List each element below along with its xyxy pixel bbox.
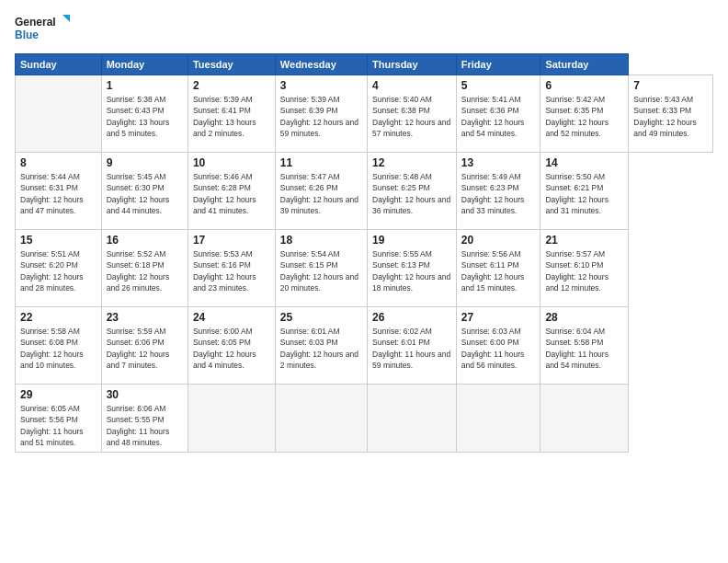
- day-number: 4: [372, 79, 451, 92]
- calendar-cell: 13Sunrise: 5:49 AM Sunset: 6:23 PM Dayli…: [456, 153, 540, 230]
- calendar-cell: 12Sunrise: 5:48 AM Sunset: 6:25 PM Dayli…: [368, 153, 457, 230]
- calendar-cell: 18Sunrise: 5:54 AM Sunset: 6:15 PM Dayli…: [275, 230, 367, 307]
- calendar-cell: 10Sunrise: 5:46 AM Sunset: 6:28 PM Dayli…: [188, 153, 275, 230]
- day-info: Sunrise: 5:42 AM Sunset: 6:35 PM Dayligh…: [545, 94, 623, 139]
- header: General Blue: [15, 13, 713, 46]
- calendar-cell: [275, 385, 367, 453]
- calendar-cell: 27Sunrise: 6:03 AM Sunset: 6:00 PM Dayli…: [456, 307, 540, 385]
- day-number: 18: [280, 234, 362, 247]
- calendar-cell: 24Sunrise: 6:00 AM Sunset: 6:05 PM Dayli…: [188, 307, 275, 385]
- day-info: Sunrise: 5:43 AM Sunset: 6:33 PM Dayligh…: [633, 94, 708, 139]
- day-info: Sunrise: 5:57 AM Sunset: 6:10 PM Dayligh…: [545, 248, 623, 293]
- day-info: Sunrise: 6:05 AM Sunset: 5:56 PM Dayligh…: [20, 403, 97, 448]
- day-number: 28: [545, 311, 623, 324]
- calendar-cell: 2Sunrise: 5:39 AM Sunset: 6:41 PM Daylig…: [188, 75, 275, 153]
- day-number: 6: [545, 79, 623, 92]
- day-info: Sunrise: 6:06 AM Sunset: 5:55 PM Dayligh…: [107, 403, 183, 448]
- svg-text:General: General: [15, 16, 56, 29]
- day-info: Sunrise: 5:40 AM Sunset: 6:38 PM Dayligh…: [372, 94, 451, 139]
- weekday-header-thursday: Thursday: [368, 54, 457, 75]
- calendar-cell: 8Sunrise: 5:44 AM Sunset: 6:31 PM Daylig…: [16, 153, 102, 230]
- day-number: 10: [193, 156, 270, 169]
- calendar-cell: 25Sunrise: 6:01 AM Sunset: 6:03 PM Dayli…: [275, 307, 367, 385]
- day-info: Sunrise: 5:46 AM Sunset: 6:28 PM Dayligh…: [193, 171, 270, 216]
- day-number: 13: [461, 156, 536, 169]
- calendar-cell: 5Sunrise: 5:41 AM Sunset: 6:36 PM Daylig…: [456, 75, 540, 153]
- day-number: 27: [461, 311, 536, 324]
- day-number: 16: [107, 234, 183, 247]
- day-number: 5: [461, 79, 536, 92]
- weekday-header-monday: Monday: [101, 54, 188, 75]
- day-number: 25: [280, 311, 362, 324]
- svg-text:Blue: Blue: [15, 29, 39, 41]
- calendar-cell: 26Sunrise: 6:02 AM Sunset: 6:01 PM Dayli…: [368, 307, 457, 385]
- day-info: Sunrise: 5:53 AM Sunset: 6:16 PM Dayligh…: [193, 248, 270, 293]
- day-number: 11: [280, 156, 362, 169]
- day-number: 24: [193, 311, 270, 324]
- day-info: Sunrise: 6:01 AM Sunset: 6:03 PM Dayligh…: [280, 326, 362, 371]
- calendar-cell: 15Sunrise: 5:51 AM Sunset: 6:20 PM Dayli…: [16, 230, 102, 307]
- calendar-cell: 30Sunrise: 6:06 AM Sunset: 5:55 PM Dayli…: [101, 385, 188, 453]
- day-info: Sunrise: 5:39 AM Sunset: 6:39 PM Dayligh…: [280, 94, 362, 139]
- day-number: 8: [20, 156, 97, 169]
- calendar-cell: [368, 385, 457, 453]
- calendar-cell: 1Sunrise: 5:38 AM Sunset: 6:43 PM Daylig…: [101, 75, 188, 153]
- calendar-cell: 9Sunrise: 5:45 AM Sunset: 6:30 PM Daylig…: [101, 153, 188, 230]
- calendar-cell: 28Sunrise: 6:04 AM Sunset: 5:58 PM Dayli…: [540, 307, 629, 385]
- calendar-cell: 11Sunrise: 5:47 AM Sunset: 6:26 PM Dayli…: [275, 153, 367, 230]
- day-number: 9: [107, 156, 183, 169]
- svg-marker-1: [63, 15, 70, 22]
- calendar-cell: [456, 385, 540, 453]
- day-info: Sunrise: 6:03 AM Sunset: 6:00 PM Dayligh…: [461, 326, 536, 371]
- day-info: Sunrise: 5:52 AM Sunset: 6:18 PM Dayligh…: [107, 248, 183, 293]
- weekday-header-wednesday: Wednesday: [275, 54, 367, 75]
- day-info: Sunrise: 5:41 AM Sunset: 6:36 PM Dayligh…: [461, 94, 536, 139]
- calendar-cell: 19Sunrise: 5:55 AM Sunset: 6:13 PM Dayli…: [368, 230, 457, 307]
- day-info: Sunrise: 5:54 AM Sunset: 6:15 PM Dayligh…: [280, 248, 362, 293]
- calendar-cell: 22Sunrise: 5:58 AM Sunset: 6:08 PM Dayli…: [16, 307, 102, 385]
- calendar-table: SundayMondayTuesdayWednesdayThursdayFrid…: [15, 53, 713, 453]
- day-number: 7: [633, 79, 708, 92]
- day-number: 23: [107, 311, 183, 324]
- day-info: Sunrise: 5:59 AM Sunset: 6:06 PM Dayligh…: [107, 326, 183, 371]
- calendar-cell: 16Sunrise: 5:52 AM Sunset: 6:18 PM Dayli…: [101, 230, 188, 307]
- day-number: 15: [20, 234, 97, 247]
- calendar-cell: 7Sunrise: 5:43 AM Sunset: 6:33 PM Daylig…: [629, 75, 713, 153]
- calendar-page: General Blue SundayMondayTuesdayWednesda…: [0, 0, 728, 563]
- day-number: 30: [107, 388, 183, 401]
- calendar-cell: [16, 75, 102, 153]
- day-info: Sunrise: 5:48 AM Sunset: 6:25 PM Dayligh…: [372, 171, 451, 216]
- day-info: Sunrise: 5:44 AM Sunset: 6:31 PM Dayligh…: [20, 171, 97, 216]
- calendar-cell: 23Sunrise: 5:59 AM Sunset: 6:06 PM Dayli…: [101, 307, 188, 385]
- day-number: 14: [545, 156, 623, 169]
- day-number: 29: [20, 388, 97, 401]
- day-number: 20: [461, 234, 536, 247]
- day-info: Sunrise: 5:58 AM Sunset: 6:08 PM Dayligh…: [20, 326, 97, 371]
- day-info: Sunrise: 5:55 AM Sunset: 6:13 PM Dayligh…: [372, 248, 451, 293]
- day-number: 21: [545, 234, 623, 247]
- weekday-header-tuesday: Tuesday: [188, 54, 275, 75]
- day-info: Sunrise: 5:49 AM Sunset: 6:23 PM Dayligh…: [461, 171, 536, 216]
- weekday-header-saturday: Saturday: [540, 54, 629, 75]
- day-number: 17: [193, 234, 270, 247]
- day-number: 2: [193, 79, 270, 92]
- calendar-cell: [188, 385, 275, 453]
- day-info: Sunrise: 6:02 AM Sunset: 6:01 PM Dayligh…: [372, 326, 451, 371]
- weekday-header-friday: Friday: [456, 54, 540, 75]
- day-info: Sunrise: 5:38 AM Sunset: 6:43 PM Dayligh…: [107, 94, 183, 139]
- calendar-cell: [540, 385, 629, 453]
- day-number: 3: [280, 79, 362, 92]
- day-info: Sunrise: 5:45 AM Sunset: 6:30 PM Dayligh…: [107, 171, 183, 216]
- calendar-cell: 6Sunrise: 5:42 AM Sunset: 6:35 PM Daylig…: [540, 75, 629, 153]
- logo: General Blue: [15, 13, 70, 46]
- day-info: Sunrise: 5:47 AM Sunset: 6:26 PM Dayligh…: [280, 171, 362, 216]
- day-info: Sunrise: 5:50 AM Sunset: 6:21 PM Dayligh…: [545, 171, 623, 216]
- weekday-header-sunday: Sunday: [16, 54, 102, 75]
- day-number: 1: [107, 79, 183, 92]
- day-info: Sunrise: 6:04 AM Sunset: 5:58 PM Dayligh…: [545, 326, 623, 371]
- calendar-cell: 29Sunrise: 6:05 AM Sunset: 5:56 PM Dayli…: [16, 385, 102, 453]
- calendar-cell: 20Sunrise: 5:56 AM Sunset: 6:11 PM Dayli…: [456, 230, 540, 307]
- calendar-cell: 14Sunrise: 5:50 AM Sunset: 6:21 PM Dayli…: [540, 153, 629, 230]
- day-number: 22: [20, 311, 97, 324]
- day-number: 12: [372, 156, 451, 169]
